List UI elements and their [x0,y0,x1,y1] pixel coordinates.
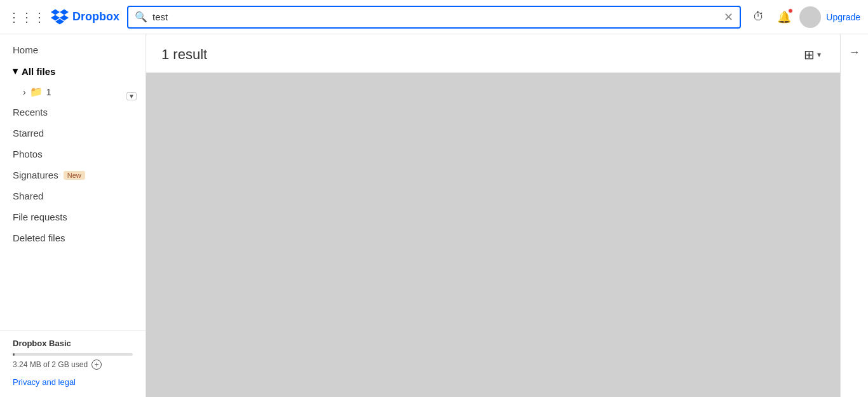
main-content-area: 1 result ⊞ ▾ [146,34,840,397]
grid-view-button[interactable]: ⊞ ▾ [800,44,825,65]
upgrade-link[interactable]: Upgrade [826,12,860,22]
deleted-files-label: Deleted files [13,232,65,243]
search-results-area [146,73,840,397]
storage-text: 3.24 MB of 2 GB used + [13,360,133,370]
notification-badge [788,8,793,13]
privacy-legal-link[interactable]: Privacy and legal [13,377,133,387]
help-icon-button[interactable]: ⏱ [749,7,769,27]
dropbox-logo-text: Dropbox [72,10,119,24]
all-files-label: All files [22,66,55,77]
folder-icon: 📁 [30,86,43,98]
logo-area: ⋮⋮⋮ Dropbox [8,8,119,26]
dropbox-logo-icon [51,8,69,26]
photos-label: Photos [13,149,43,159]
view-controls: ⊞ ▾ [800,44,825,65]
collapse-panel-button[interactable]: → [846,43,863,62]
scroll-down-button[interactable]: ▼ [126,92,137,100]
clear-search-icon[interactable]: ✕ [724,10,733,24]
storage-bar-fill [13,353,15,356]
file-requests-label: File requests [13,212,67,222]
starred-label: Starred [13,128,44,138]
recents-label: Recents [13,107,48,118]
sidebar-item-signatures[interactable]: Signatures New [0,165,146,185]
search-bar: 🔍 ✕ [127,6,741,29]
app-body: Home ▾ All files › 📁 1 ▲ ▼ Recents [0,34,868,397]
signatures-new-badge: New [64,171,85,180]
search-input[interactable] [153,11,724,22]
shared-label: Shared [13,191,43,201]
sidebar: Home ▾ All files › 📁 1 ▲ ▼ Recents [0,34,146,397]
grid-icon: ⊞ [804,47,815,62]
sidebar-footer: Dropbox Basic 3.24 MB of 2 GB used + Pri… [0,330,146,397]
storage-used-label: 3.24 MB of 2 GB used [13,360,88,369]
storage-bar-background [13,353,133,356]
header-right: ⏱ 🔔 Upgrade [749,6,860,28]
sidebar-scroll: Home ▾ All files › 📁 1 ▲ ▼ Recents [0,34,146,330]
avatar[interactable] [799,6,821,28]
sidebar-folder-1[interactable]: › 📁 1 [0,82,146,102]
plan-title: Dropbox Basic [13,339,133,348]
search-icon: 🔍 [135,11,147,23]
help-icon: ⏱ [753,10,764,24]
collapse-icon: → [849,46,860,58]
sidebar-item-starred[interactable]: Starred [0,123,146,144]
home-label: Home [13,44,38,55]
allfiles-chevron-icon: ▾ [13,65,18,77]
sidebar-item-home[interactable]: Home [0,39,146,60]
sidebar-item-all-files[interactable]: ▾ All files [0,60,146,82]
apps-grid-icon[interactable]: ⋮⋮⋮ [8,10,46,25]
sidebar-item-deleted-files[interactable]: Deleted files [0,227,146,248]
sidebar-item-photos[interactable]: Photos [0,144,146,165]
sidebar-item-shared[interactable]: Shared [0,185,146,206]
sidebar-item-recents[interactable]: Recents [0,102,146,123]
view-chevron-icon: ▾ [817,50,821,59]
result-count: 1 result [161,46,207,63]
folder-chevron-icon: › [23,87,26,97]
right-panel: → [840,34,868,397]
dropbox-logo: Dropbox [51,8,119,26]
sidebar-item-file-requests[interactable]: File requests [0,206,146,227]
storage-plus-icon[interactable]: + [92,360,102,370]
notifications-button[interactable]: 🔔 [774,7,794,27]
folder-1-label: 1 [46,87,51,97]
main-header: 1 result ⊞ ▾ [146,34,840,73]
app-header: ⋮⋮⋮ Dropbox 🔍 ✕ ⏱ 🔔 Upgrade [0,0,868,34]
signatures-label: Signatures [13,170,58,180]
